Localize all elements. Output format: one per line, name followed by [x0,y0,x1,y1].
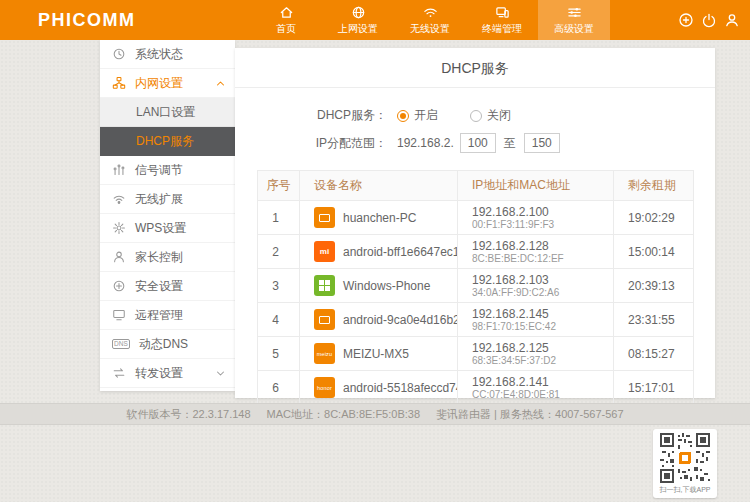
device-mac: 68:3E:34:5F:37:D2 [472,355,607,367]
device-name: MEIZU-MX5 [343,347,409,361]
device-name: Windows-Phone [343,279,430,293]
table-row: 4 android-9ca0e4d16b26 192.168.2.14598:F… [258,303,694,337]
tab-advanced-settings[interactable]: 高级设置 [538,0,610,40]
add-circle-icon[interactable] [678,12,694,28]
sliders-icon [567,5,582,20]
device-name: huanchen-PC [343,211,416,225]
sidebar-item-label: 内网设置 [135,75,183,92]
lease-time: 23:31:55 [614,303,694,337]
sidebar-item-wireless-extension[interactable]: 无线扩展 [100,185,235,214]
row-no: 6 [258,371,300,405]
range-end-input[interactable] [524,133,560,153]
dhcp-form: DHCP服务： 开启 关闭 IP分配范围： 192.168.2. 至 [235,88,715,166]
wifi-extend-icon [112,192,126,206]
sidebar-item-lan-settings[interactable]: 内网设置 [100,69,235,98]
col-header-no: 序号 [258,171,300,201]
forward-arrows-icon [112,366,126,380]
app-download-qr: 扫一扫,下载APP [653,429,717,498]
tab-wireless-settings[interactable]: 无线设置 [394,0,466,40]
sidebar-item-signal-tuning[interactable]: 信号调节 [100,156,235,185]
range-start-input[interactable] [460,133,496,153]
tab-terminal-management[interactable]: 终端管理 [466,0,538,40]
sidebar-item-wps[interactable]: WPS设置 [100,214,235,243]
sidebar-item-label: 远程管理 [135,307,183,324]
sidebar-item-label: 转发设置 [135,365,183,382]
qr-caption: 扫一扫,下载APP [656,485,714,495]
sidebar-item-dynamic-dns[interactable]: DNS 动态DNS [100,330,235,359]
person-icon [112,250,126,264]
dns-icon: DNS [112,339,130,349]
globe-icon [351,5,366,20]
dhcp-panel: DHCP服务 DHCP服务： 开启 关闭 IP分配范围： 192.168.2. … [235,48,715,398]
sidebar-item-label: 动态DNS [139,336,188,353]
device-ip: 192.168.2.125 [472,341,607,355]
device-brand-icon [314,207,335,228]
tab-home[interactable]: 首页 [250,0,322,40]
table-row: 5 meizuMEIZU-MX5 192.168.2.12568:3E:34:5… [258,337,694,371]
user-icon[interactable] [724,12,740,28]
gear-icon [112,221,126,235]
sidebar-item-label: 系统状态 [135,46,183,63]
lease-time: 20:39:13 [614,269,694,303]
chevron-down-icon [216,370,225,377]
qr-code-image [660,433,710,483]
col-header-lease: 剩余租期 [614,171,694,201]
radio-off-label: 关闭 [487,107,511,124]
device-mac: 34:0A:FF:9D:C2:A6 [472,287,607,299]
table-row: 2 miandroid-bff1e6647ec1f 192.168.2.1288… [258,235,694,269]
ip-prefix-text: 192.168.2. [397,136,454,150]
sidebar-item-system-status[interactable]: 系统状态 [100,40,235,69]
chevron-up-icon [216,80,225,87]
main-nav: 首页 上网设置 无线设置 终端管理 高级设置 [250,0,610,40]
sidebar-item-parental-control[interactable]: 家长控制 [100,243,235,272]
tab-label: 高级设置 [554,22,594,36]
sidebar-subitem-label: LAN口设置 [136,104,195,121]
row-no: 5 [258,337,300,371]
dhcp-disable-radio[interactable]: 关闭 [470,107,511,124]
power-icon[interactable] [701,12,717,28]
footer-bar: 软件版本号：22.3.17.148 MAC地址：8C:AB:8E:F5:0B:3… [0,403,750,425]
sidebar-subitem-lan-port[interactable]: LAN口设置 [100,98,235,127]
tab-label: 上网设置 [338,22,378,36]
radio-on-label: 开启 [414,107,438,124]
network-icon [112,76,126,90]
signal-icon [112,163,126,177]
tab-internet-settings[interactable]: 上网设置 [322,0,394,40]
device-ip: 192.168.2.128 [472,239,607,253]
tab-label: 终端管理 [482,22,522,36]
lease-time: 15:00:14 [614,235,694,269]
device-ip: 192.168.2.100 [472,205,607,219]
sidebar-item-label: 家长控制 [135,249,183,266]
device-mac: 00:F1:F3:11:9F:F3 [472,219,607,231]
wifi-icon [423,5,438,20]
dhcp-enable-radio[interactable]: 开启 [397,107,438,124]
header-actions [678,0,740,40]
sidebar-item-security[interactable]: 安全设置 [100,272,235,301]
row-no: 4 [258,303,300,337]
radio-selected-icon [397,110,409,122]
table-row: 6 honorandroid-5518afeccd74 192.168.2.14… [258,371,694,405]
footer-mac: MAC地址：8C:AB:8E:F5:0B:38 [267,407,420,422]
ip-range-label: IP分配范围： [235,135,387,152]
remote-monitor-icon [112,308,126,322]
dhcp-service-label: DHCP服务： [235,107,387,124]
page-title: DHCP服务 [235,48,715,88]
dhcp-client-table: 序号 设备名称 IP地址和MAC地址 剩余租期 1 huanchen-PC 19… [257,170,693,405]
row-no: 2 [258,235,300,269]
device-brand-icon [314,309,335,330]
row-no: 3 [258,269,300,303]
sidebar-item-remote-management[interactable]: 远程管理 [100,301,235,330]
devices-icon [495,5,510,20]
clock-icon [112,47,126,61]
device-name: android-9ca0e4d16b26 [343,313,458,327]
lease-time: 15:17:01 [614,371,694,405]
sidebar-subitem-dhcp[interactable]: DHCP服务 [100,127,235,156]
windows-brand-icon [314,275,335,296]
device-name: android-5518afeccd74 [343,381,458,395]
footer-version: 软件版本号：22.3.17.148 [126,407,250,422]
sidebar-item-label: WPS设置 [135,220,186,237]
sidebar-item-label: 无线扩展 [135,191,183,208]
meizu-brand-icon: meizu [314,343,335,364]
sidebar-item-forwarding[interactable]: 转发设置 [100,359,235,388]
range-to-label: 至 [504,135,516,152]
